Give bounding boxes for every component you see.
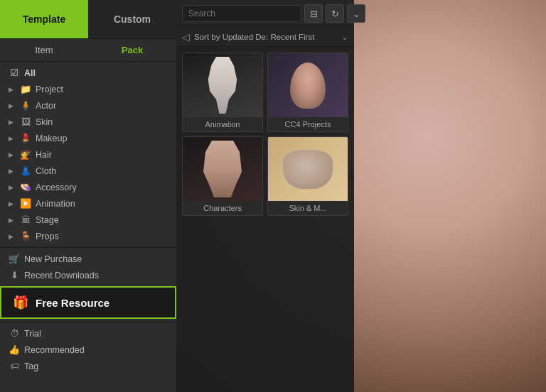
tag-icon: 🏷 xyxy=(9,361,20,371)
back-button[interactable]: ◁ xyxy=(182,31,190,43)
tree-item-all[interactable]: ☑ All xyxy=(0,65,176,81)
free-resource-label: Free Resource xyxy=(36,297,109,309)
checkbox-icon: ☑ xyxy=(9,67,20,78)
tree-item-actor[interactable]: ▶ 🧍 Actor xyxy=(0,97,176,114)
tree-item-project[interactable]: ▶ 📁 Project xyxy=(0,81,176,97)
tree-item-recommended[interactable]: 👍 Recommended xyxy=(0,342,176,358)
grid-item-animation[interactable]: Animation xyxy=(182,53,263,132)
characters-label: Characters xyxy=(183,201,262,215)
item-pack-row: Item Pack xyxy=(0,39,176,62)
dropdown-button[interactable]: ⌄ xyxy=(347,4,365,23)
tree-stage-label: Stage xyxy=(36,215,171,225)
arrow-icon: ▶ xyxy=(9,168,16,175)
refresh-icon: ↻ xyxy=(331,9,339,19)
arrow-icon: ▶ xyxy=(9,217,16,224)
tree-tag-label: Tag xyxy=(24,361,171,371)
tree-makeup-label: Makeup xyxy=(36,134,171,143)
divider xyxy=(0,247,176,248)
recent-downloads-icon: ⬇ xyxy=(9,270,20,281)
makeup-icon: 💄 xyxy=(20,133,31,143)
search-bar: ⊟ ↻ ⌄ xyxy=(176,0,354,28)
grid-item-cc4-projects[interactable]: CC4 Projects xyxy=(267,53,348,132)
sort-chevron-icon[interactable]: ⌄ xyxy=(341,32,348,42)
refresh-button[interactable]: ↻ xyxy=(326,4,344,23)
animation-icon: ▶️ xyxy=(20,198,31,209)
arrow-icon: ▶ xyxy=(9,102,16,109)
cc4-thumbnail xyxy=(268,53,348,117)
content-grid: Animation CC4 Projects Characters Skin &… xyxy=(176,47,354,222)
left-panel: Template Custom Item Pack ☑ All ▶ 📁 Proj… xyxy=(0,0,176,392)
item-button[interactable]: Item xyxy=(0,39,88,61)
sort-bar: ◁ Sort by Updated De: Recent First ⌄ xyxy=(176,28,354,47)
new-purchase-icon: 🛒 xyxy=(9,254,20,264)
tree-item-stage[interactable]: ▶ 🏛 Stage xyxy=(0,212,176,228)
gift-icon: 🎁 xyxy=(13,295,28,310)
tabs-row: Template Custom xyxy=(0,0,176,39)
tree-recent-downloads-label: Recent Downloads xyxy=(24,271,171,281)
tree-item-animation[interactable]: ▶ ▶️ Animation xyxy=(0,195,176,212)
tab-template[interactable]: Template xyxy=(0,0,88,38)
chevron-down-icon: ⌄ xyxy=(353,9,360,19)
folder-icon: 📁 xyxy=(20,84,31,94)
animation-thumbnail xyxy=(183,53,262,117)
props-icon: 🪑 xyxy=(20,231,31,241)
tree-item-cloth[interactable]: ▶ 👗 Cloth xyxy=(0,163,176,179)
arrow-icon: ▶ xyxy=(9,86,16,93)
stage-icon: 🏛 xyxy=(20,214,31,225)
tree-item-recent-downloads[interactable]: ⬇ Recent Downloads xyxy=(0,267,176,283)
tree-project-label: Project xyxy=(36,85,171,94)
filter-icon: ⊟ xyxy=(310,9,318,19)
tree-skin-label: Skin xyxy=(36,117,171,127)
cc4-label: CC4 Projects xyxy=(268,117,348,131)
accessory-icon: 👒 xyxy=(20,182,31,192)
tree-all-label: All xyxy=(24,68,171,78)
arrow-icon: ▶ xyxy=(9,184,16,191)
tree-accessory-label: Accessory xyxy=(36,183,171,192)
tree-item-new-purchase[interactable]: 🛒 New Purchase xyxy=(0,251,176,267)
tree-recommended-label: Recommended xyxy=(24,345,171,355)
search-input[interactable] xyxy=(182,5,301,22)
arrow-icon: ▶ xyxy=(9,119,16,126)
tree-actor-label: Actor xyxy=(36,101,171,111)
recommended-icon: 👍 xyxy=(9,344,20,355)
trial-icon: ⏱ xyxy=(9,328,20,339)
tree-animation-label: Animation xyxy=(36,199,171,209)
item-label: Item xyxy=(35,45,53,55)
hair-icon: 💇 xyxy=(20,149,31,160)
pack-label: Pack xyxy=(122,45,143,55)
tree-item-tag[interactable]: 🏷 Tag xyxy=(0,358,176,374)
tab-template-label: Template xyxy=(23,13,65,25)
tree-list: ☑ All ▶ 📁 Project ▶ 🧍 Actor ▶ 🖼 Skin ▶ 💄… xyxy=(0,62,176,392)
tree-item-accessory[interactable]: ▶ 👒 Accessory xyxy=(0,179,176,195)
tree-item-makeup[interactable]: ▶ 💄 Makeup xyxy=(0,130,176,146)
divider2 xyxy=(0,322,176,322)
arrow-icon: ▶ xyxy=(9,200,16,207)
right-panel: ⊟ ↻ ⌄ ◁ Sort by Updated De: Recent First… xyxy=(176,0,354,392)
skin-thumbnail xyxy=(268,137,348,201)
tree-item-props[interactable]: ▶ 🪑 Props xyxy=(0,228,176,244)
sort-label: Sort by Updated De: Recent First xyxy=(194,33,337,41)
arrow-icon: ▶ xyxy=(9,233,16,240)
tree-new-purchase-label: New Purchase xyxy=(24,254,171,264)
tab-custom-label: Custom xyxy=(114,13,151,25)
tree-item-trial[interactable]: ⏱ Trial xyxy=(0,325,176,342)
tree-props-label: Props xyxy=(36,232,171,241)
characters-thumbnail xyxy=(183,137,262,201)
free-resource-button[interactable]: 🎁 Free Resource xyxy=(0,286,176,319)
tree-trial-label: Trial xyxy=(24,329,171,339)
filter-button[interactable]: ⊟ xyxy=(304,4,323,23)
cloth-icon: 👗 xyxy=(20,165,31,176)
arrow-icon: ▶ xyxy=(9,135,16,142)
tree-cloth-label: Cloth xyxy=(36,166,171,176)
tree-item-skin[interactable]: ▶ 🖼 Skin xyxy=(0,114,176,130)
skin-label: Skin & M... xyxy=(268,201,348,215)
tab-custom[interactable]: Custom xyxy=(88,0,176,38)
pack-button[interactable]: Pack xyxy=(88,39,176,61)
grid-item-skin-m[interactable]: Skin & M... xyxy=(267,136,348,216)
tree-hair-label: Hair xyxy=(36,150,171,160)
tree-item-hair[interactable]: ▶ 💇 Hair xyxy=(0,146,176,163)
skin-icon: 🖼 xyxy=(20,116,31,127)
animation-label: Animation xyxy=(183,117,262,131)
search-actions: ⊟ ↻ ⌄ xyxy=(304,4,365,23)
grid-item-characters[interactable]: Characters xyxy=(182,136,263,216)
